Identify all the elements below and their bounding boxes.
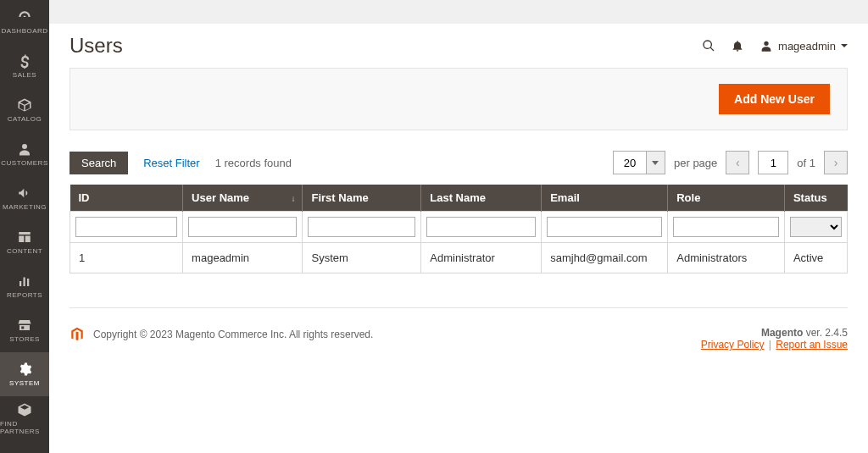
user-icon [760, 39, 773, 52]
bell-icon[interactable] [731, 39, 744, 52]
brand-label: Magento [761, 327, 803, 339]
of-pages-label: of 1 [797, 157, 815, 169]
user-menu[interactable]: mageadmin [760, 39, 848, 52]
pager: per page ‹ of 1 › [613, 151, 848, 174]
page-header: Users mageadmin [49, 24, 868, 68]
filter-id-input[interactable] [75, 217, 177, 237]
filter-status-select[interactable] [790, 217, 842, 237]
prev-page-button[interactable]: ‹ [726, 151, 749, 174]
report-issue-link[interactable]: Report an Issue [776, 339, 848, 351]
store-icon [17, 318, 32, 333]
sidebar-label-catalog: CATALOG [8, 115, 42, 123]
username-label: mageadmin [778, 40, 836, 52]
col-header-role[interactable]: Role [668, 185, 785, 212]
sidebar-item-customers[interactable]: CUSTOMERS [0, 132, 49, 176]
sidebar-item-reports[interactable]: REPORTS [0, 264, 49, 308]
sidebar-label-sales: SALES [13, 71, 36, 79]
sidebar-label-dashboard: DASHBOARD [1, 27, 47, 35]
search-button[interactable]: Search [70, 152, 128, 174]
col-header-status[interactable]: Status [784, 185, 847, 212]
sidebar-label-reports: REPORTS [7, 291, 42, 299]
version-label: ver. 2.4.5 [803, 327, 848, 339]
cell-role: Administrators [668, 243, 785, 273]
sidebar-label-content: CONTENT [7, 247, 42, 255]
col-header-firstname[interactable]: First Name [303, 185, 421, 212]
cell-id: 1 [70, 243, 183, 273]
next-page-button[interactable]: › [824, 151, 848, 174]
cell-email: samjhd@gmail.com [542, 243, 668, 273]
search-icon[interactable] [702, 39, 715, 52]
gear-icon [17, 362, 32, 377]
cell-status: Active [784, 243, 847, 273]
col-header-username[interactable]: User Name↓ [183, 185, 303, 212]
filter-email-input[interactable] [547, 217, 662, 237]
barchart-icon [17, 273, 32, 289]
privacy-link[interactable]: Privacy Policy [701, 339, 765, 351]
page-title: Users [70, 34, 123, 58]
admin-sidebar: DASHBOARD SALES CATALOG CUSTOMERS MARKET… [0, 0, 49, 453]
grid-toolbar: Search Reset Filter 1 records found per … [70, 151, 848, 174]
filter-row [70, 212, 848, 243]
sidebar-item-catalog[interactable]: CATALOG [0, 88, 49, 132]
users-grid: ID User Name↓ First Name Last Name Email… [70, 185, 848, 273]
records-found-label: 1 records found [215, 157, 292, 169]
person-icon [17, 141, 32, 157]
col-header-id[interactable]: ID [70, 185, 183, 212]
current-page-input[interactable] [758, 151, 788, 174]
table-row[interactable]: 1 mageadmin System Administrator samjhd@… [70, 243, 848, 273]
dashboard-icon [17, 9, 32, 25]
sidebar-item-content[interactable]: CONTENT [0, 220, 49, 264]
sidebar-label-system: SYSTEM [9, 379, 40, 387]
sidebar-item-dashboard[interactable]: DASHBOARD [0, 0, 49, 44]
sidebar-label-customers: CUSTOMERS [1, 159, 47, 167]
copyright-text: Copyright © 2023 Magento Commerce Inc. A… [93, 329, 373, 340]
filter-lastname-input[interactable] [426, 217, 536, 237]
filter-username-input[interactable] [188, 217, 297, 237]
per-page-label: per page [674, 157, 717, 169]
sidebar-label-stores: STORES [9, 335, 40, 343]
box-icon [17, 97, 32, 113]
action-bar: Add New User [70, 68, 848, 130]
filter-firstname-input[interactable] [308, 217, 415, 237]
content-icon [17, 229, 32, 245]
filter-role-input[interactable] [673, 217, 779, 237]
page-footer: Copyright © 2023 Magento Commerce Inc. A… [70, 307, 848, 369]
partners-icon [17, 402, 32, 417]
magento-logo-icon [70, 327, 85, 342]
chevron-down-icon [841, 44, 848, 47]
cell-username: mageadmin [183, 243, 303, 273]
reset-filter-link[interactable]: Reset Filter [143, 157, 199, 169]
megaphone-icon [17, 185, 32, 201]
sidebar-label-marketing: MARKETING [3, 203, 47, 211]
cell-lastname: Administrator [421, 243, 542, 273]
col-header-lastname[interactable]: Last Name [421, 185, 542, 212]
sidebar-item-stores[interactable]: STORES [0, 308, 49, 352]
sidebar-item-partners[interactable]: FIND PARTNERS [0, 396, 49, 440]
page-size-input[interactable] [613, 151, 647, 174]
sort-down-icon: ↓ [291, 193, 295, 202]
sidebar-item-sales[interactable]: SALES [0, 44, 49, 88]
sidebar-item-marketing[interactable]: MARKETING [0, 176, 49, 220]
sidebar-label-partners: FIND PARTNERS [0, 420, 49, 435]
add-new-user-button[interactable]: Add New User [719, 84, 830, 114]
cell-firstname: System [303, 243, 421, 273]
dollar-icon [17, 53, 32, 69]
page-size-dropdown[interactable] [647, 151, 665, 174]
sidebar-item-system[interactable]: SYSTEM [0, 352, 49, 396]
col-header-email[interactable]: Email [542, 185, 668, 212]
